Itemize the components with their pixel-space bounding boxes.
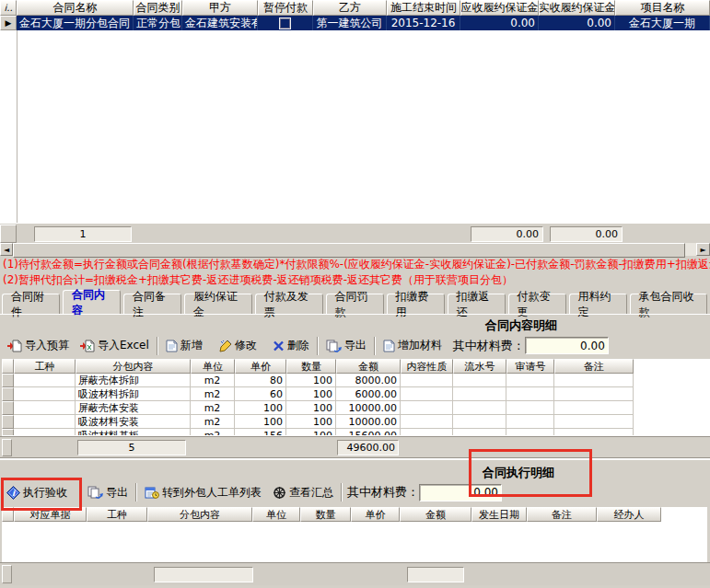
content-grid-cell[interactable]: 100 xyxy=(286,429,336,435)
content-grid-row[interactable]: 吸波材料拆卸m2601006000.00 xyxy=(2,387,710,401)
top-row-cell[interactable]: 正常分包 xyxy=(134,16,182,30)
content-grid-cell[interactable]: 15600.00 xyxy=(336,429,401,435)
tab-扣缴费用[interactable]: 扣缴费用 xyxy=(387,294,445,314)
content-grid-cell[interactable] xyxy=(506,429,554,435)
top-row-cell[interactable]: 2015-12-16 xyxy=(387,16,460,30)
content-grid-cell[interactable] xyxy=(453,387,506,401)
content-column-header[interactable]: 单价 xyxy=(235,359,286,374)
content-grid-cell[interactable] xyxy=(554,415,634,429)
scrollbar-thumb[interactable] xyxy=(13,243,685,258)
content-column-header[interactable]: 金额 xyxy=(336,359,401,374)
execution-column-header[interactable]: 单位 xyxy=(252,507,300,522)
content-grid-cell[interactable] xyxy=(14,415,76,429)
execution-column-header[interactable]: 工种 xyxy=(87,507,147,522)
content-column-header[interactable]: 分包内容 xyxy=(76,359,191,374)
tab-扣缴返还[interactable]: 扣缴返还 xyxy=(448,294,506,314)
content-grid-cell[interactable]: 100 xyxy=(286,374,336,387)
content-grid-cell[interactable] xyxy=(554,387,634,401)
content-grid-cell[interactable] xyxy=(506,415,554,429)
content-grid-row[interactable]: 吸波材料基板m215610015600.00 xyxy=(2,429,710,435)
content-grid-cell[interactable]: 吸波材料安装 xyxy=(76,415,191,429)
execution-column-header[interactable]: 金额 xyxy=(400,507,471,522)
content-grid-cell[interactable] xyxy=(453,415,506,429)
content-export-button[interactable]: 导出 xyxy=(323,336,369,356)
content-grid-cell[interactable]: 156 xyxy=(235,429,286,435)
content-grid-cell[interactable] xyxy=(554,401,634,415)
top-row-cell[interactable]: 0.00 xyxy=(539,16,615,30)
top-column-header[interactable]: 应收履约保证金 xyxy=(460,0,539,16)
content-grid-cell[interactable] xyxy=(401,374,453,387)
tab-合同备注[interactable]: 合同备注 xyxy=(123,294,181,314)
top-row-cell[interactable]: 金石大厦一期分包合同 xyxy=(17,16,134,30)
row-selector-cell[interactable] xyxy=(2,401,14,415)
execution-column-header[interactable]: 发生日期 xyxy=(471,507,527,522)
row-selector-cell[interactable]: ▶ xyxy=(0,16,17,30)
top-row-cell[interactable]: 金石建筑安装有限 xyxy=(182,16,258,30)
tab-付款变更[interactable]: 付款变更 xyxy=(508,294,566,314)
execution-export-button[interactable]: 导出 xyxy=(85,482,131,502)
goto-labor-list-button[interactable]: 转到外包人工单列表 xyxy=(142,482,264,502)
scroll-left-button[interactable]: ◄ xyxy=(0,243,13,256)
content-grid-cell[interactable] xyxy=(14,387,76,401)
content-grid-row[interactable]: 屏蔽壳体拆卸m2801008000.00 xyxy=(2,374,710,387)
content-grid-cell[interactable]: 10000.00 xyxy=(336,415,401,429)
content-grid-cell[interactable]: 80 xyxy=(235,374,286,387)
top-column-header[interactable]: 项目名称 xyxy=(615,0,710,16)
content-grid-cell[interactable]: m2 xyxy=(191,415,235,429)
execution-material-fee-input[interactable] xyxy=(419,484,502,502)
row-selector-cell[interactable] xyxy=(2,415,14,429)
import-excel-button[interactable]: 导入Excel xyxy=(76,336,152,356)
top-column-header[interactable]: 实收履约保证金 xyxy=(539,0,615,16)
content-grid-cell[interactable] xyxy=(401,429,453,435)
top-row-cell[interactable]: 金石大厦一期 xyxy=(615,16,710,30)
content-grid-cell[interactable] xyxy=(554,374,634,387)
add-row-button[interactable]: 新增 xyxy=(163,336,205,356)
content-column-header[interactable]: 备注 xyxy=(554,359,634,374)
content-column-header[interactable]: 工种 xyxy=(14,359,76,374)
top-row-cell[interactable]: 0.00 xyxy=(460,16,539,30)
content-grid-cell[interactable] xyxy=(453,374,506,387)
content-grid-cell[interactable] xyxy=(14,401,76,415)
content-column-header[interactable]: 审请号 xyxy=(506,359,554,374)
tab-付款及发票[interactable]: 付款及发票 xyxy=(255,294,323,314)
content-grid-cell[interactable]: 10000.00 xyxy=(336,401,401,415)
top-column-header[interactable]: 甲方 xyxy=(182,0,258,16)
execution-column-header[interactable]: 备注 xyxy=(527,507,597,522)
edit-row-button[interactable]: 修改 xyxy=(216,336,260,356)
content-grid-cell[interactable]: 100 xyxy=(235,415,286,429)
content-grid-cell[interactable] xyxy=(14,429,76,435)
content-grid-cell[interactable]: m2 xyxy=(191,387,235,401)
content-grid-cell[interactable] xyxy=(401,387,453,401)
add-material-button[interactable]: 增加材料 xyxy=(380,336,445,356)
content-grid-cell[interactable]: 屏蔽壳体拆卸 xyxy=(76,374,191,387)
tab-合同附件[interactable]: 合同附件 xyxy=(2,294,60,314)
top-row-cell[interactable] xyxy=(258,16,313,30)
content-grid-cell[interactable]: 60 xyxy=(235,387,286,401)
top-grid-selected-row[interactable]: ▶金石大厦一期分包合同正常分包金石建筑安装有限第一建筑公司2015-12-160… xyxy=(0,16,710,30)
content-grid-cell[interactable]: 6000.00 xyxy=(336,387,401,401)
content-grid-cell[interactable]: 100 xyxy=(286,387,336,401)
delete-row-button[interactable]: 删除 xyxy=(270,336,312,356)
content-grid-cell[interactable]: 100 xyxy=(235,401,286,415)
tab-合同罚款[interactable]: 合同罚款 xyxy=(326,294,384,314)
row-selector-cell[interactable] xyxy=(2,374,14,387)
content-column-header[interactable]: 内容性质 xyxy=(401,359,453,374)
content-column-header[interactable]: 数量 xyxy=(286,359,336,374)
content-grid-cell[interactable]: 8000.00 xyxy=(336,374,401,387)
top-column-header[interactable]: 施工结束时间 xyxy=(387,0,460,16)
content-grid-cell[interactable]: m2 xyxy=(191,401,235,415)
row-selector-cell[interactable] xyxy=(2,387,14,401)
content-grid-cell[interactable] xyxy=(506,387,554,401)
execution-column-header[interactable]: 数量 xyxy=(300,507,351,522)
top-column-header[interactable]: 合同名称 xyxy=(17,0,134,16)
content-grid-cell[interactable] xyxy=(401,415,453,429)
view-summary-button[interactable]: 查看汇总 xyxy=(270,482,336,502)
content-grid-cell[interactable]: 屏蔽壳体安装 xyxy=(76,401,191,415)
tab-用料约定[interactable]: 用料约定 xyxy=(569,294,627,314)
tab-承包合同收款[interactable]: 承包合同收款 xyxy=(630,294,708,314)
content-grid-row[interactable]: 吸波材料安装m210010010000.00 xyxy=(2,415,710,429)
content-grid-cell[interactable]: m2 xyxy=(191,429,235,435)
content-grid-cell[interactable]: m2 xyxy=(191,374,235,387)
top-column-header[interactable]: 乙方 xyxy=(313,0,387,16)
pause-payment-checkbox[interactable] xyxy=(279,17,291,29)
